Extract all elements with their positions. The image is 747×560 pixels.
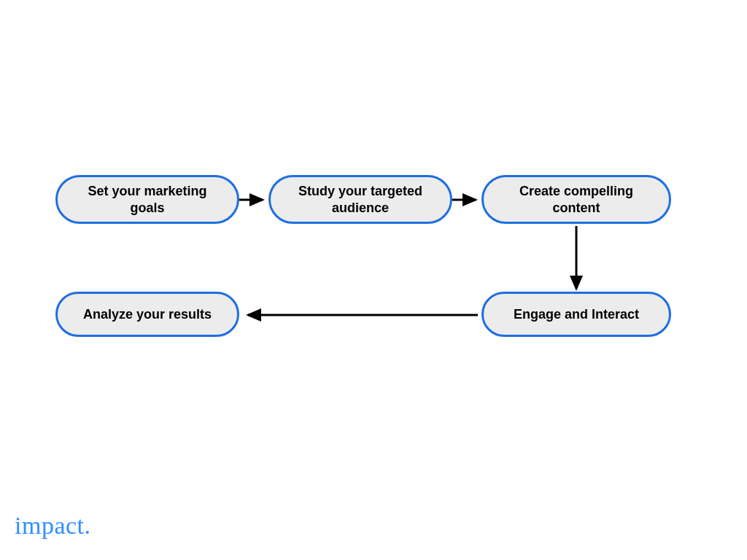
flow-node-engage-interact: Engage and Interact [481, 292, 671, 337]
flow-node-analyze-results: Analyze your results [55, 292, 239, 337]
node-label: Analyze your results [83, 306, 212, 323]
node-label: Set your marketing goals [71, 183, 224, 216]
flow-connectors [0, 0, 747, 560]
node-label: Study your targeted audience [284, 183, 437, 216]
node-label: Engage and Interact [514, 306, 639, 323]
brand-text: impact. [15, 512, 91, 539]
flow-node-set-marketing-goals: Set your marketing goals [55, 175, 239, 224]
flow-node-study-audience: Study your targeted audience [268, 175, 452, 224]
node-label: Create compelling content [497, 183, 656, 216]
brand-logo: impact. [15, 512, 91, 540]
flow-node-create-content: Create compelling content [481, 175, 671, 224]
